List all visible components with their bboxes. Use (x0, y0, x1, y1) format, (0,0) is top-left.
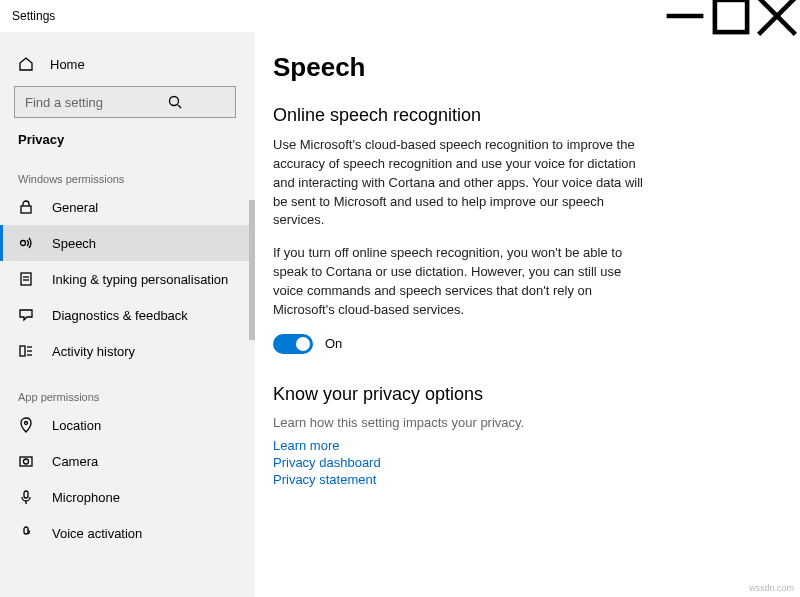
close-button[interactable] (754, 0, 800, 32)
speech-icon (18, 235, 34, 251)
lock-icon (18, 199, 34, 215)
watermark: wsxdn.com (749, 583, 794, 593)
privacy-options-heading: Know your privacy options (273, 384, 800, 405)
online-speech-toggle[interactable] (273, 334, 313, 354)
main-content: Speech Online speech recognition Use Mic… (255, 32, 800, 597)
search-placeholder: Find a setting (25, 95, 125, 110)
clipboard-icon (18, 271, 34, 287)
nav-general[interactable]: General (0, 189, 255, 225)
home-nav[interactable]: Home (0, 48, 255, 80)
nav-label: General (52, 200, 98, 215)
nav-label: Camera (52, 454, 98, 469)
section-windows-permissions: Windows permissions (0, 151, 255, 189)
svg-rect-20 (24, 527, 28, 534)
toggle-state-label: On (325, 336, 342, 351)
nav-label: Speech (52, 236, 96, 251)
page-title: Speech (273, 52, 800, 83)
titlebar: Settings (0, 0, 800, 32)
nav-label: Diagnostics & feedback (52, 308, 188, 323)
svg-point-17 (24, 459, 29, 464)
maximize-button[interactable] (708, 0, 754, 32)
nav-camera[interactable]: Camera (0, 443, 255, 479)
svg-rect-6 (21, 206, 31, 213)
nav-voice-activation[interactable]: Voice activation (0, 515, 255, 551)
svg-rect-11 (20, 346, 25, 356)
nav-activity[interactable]: Activity history (0, 333, 255, 369)
nav-label: Microphone (52, 490, 120, 505)
nav-label: Location (52, 418, 101, 433)
section-heading: Online speech recognition (273, 105, 800, 126)
section-app-permissions: App permissions (0, 369, 255, 407)
minimize-button[interactable] (662, 0, 708, 32)
microphone-icon (18, 489, 34, 505)
feedback-icon (18, 307, 34, 323)
description-1: Use Microsoft's cloud-based speech recog… (273, 136, 653, 230)
window-title: Settings (12, 9, 662, 23)
search-icon (125, 94, 225, 110)
link-learn-more[interactable]: Learn more (273, 438, 800, 453)
svg-point-15 (25, 422, 28, 425)
search-input[interactable]: Find a setting (14, 86, 236, 118)
svg-point-4 (170, 97, 179, 106)
home-label: Home (50, 57, 85, 72)
nav-location[interactable]: Location (0, 407, 255, 443)
svg-rect-18 (24, 491, 28, 498)
nav-microphone[interactable]: Microphone (0, 479, 255, 515)
svg-point-7 (21, 241, 26, 246)
voice-icon (18, 525, 34, 541)
scrollbar[interactable] (249, 200, 255, 340)
svg-rect-8 (21, 273, 31, 285)
nav-label: Activity history (52, 344, 135, 359)
history-icon (18, 343, 34, 359)
link-privacy-statement[interactable]: Privacy statement (273, 472, 800, 487)
svg-rect-1 (715, 0, 747, 32)
camera-icon (18, 453, 34, 469)
home-icon (18, 56, 34, 72)
description-2: If you turn off online speech recognitio… (273, 244, 653, 319)
nav-diagnostics[interactable]: Diagnostics & feedback (0, 297, 255, 333)
location-icon (18, 417, 34, 433)
privacy-options-sub: Learn how this setting impacts your priv… (273, 415, 800, 430)
nav-inking[interactable]: Inking & typing personalisation (0, 261, 255, 297)
svg-line-5 (178, 105, 181, 108)
sidebar: Home Find a setting Privacy Windows perm… (0, 32, 255, 597)
nav-speech[interactable]: Speech (0, 225, 255, 261)
nav-label: Voice activation (52, 526, 142, 541)
link-privacy-dashboard[interactable]: Privacy dashboard (273, 455, 800, 470)
category-label: Privacy (0, 122, 255, 151)
nav-label: Inking & typing personalisation (52, 272, 228, 287)
